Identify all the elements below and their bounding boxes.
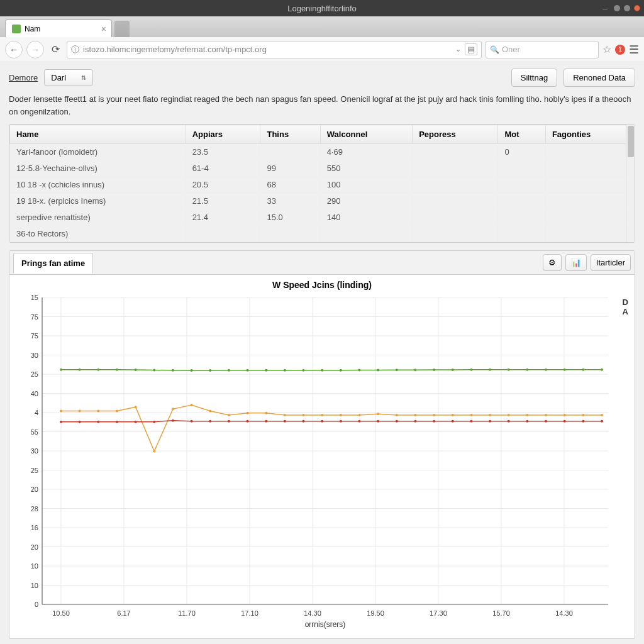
forward-button[interactable]: → [26, 41, 44, 58]
reader-icon[interactable]: ▤ [465, 43, 477, 55]
new-tab-shadow[interactable] [114, 21, 130, 37]
tab-close-icon[interactable]: × [101, 24, 106, 34]
table-cell: 15.0 [260, 209, 320, 226]
info-icon[interactable]: ⓘ [71, 44, 79, 55]
svg-point-135 [433, 420, 435, 423]
svg-point-120 [153, 421, 155, 423]
table-cell: 99 [260, 160, 320, 177]
url-dropdown-icon[interactable]: ⌄ [455, 45, 461, 53]
svg-point-121 [172, 419, 174, 422]
table-header[interactable]: Peporess [413, 125, 498, 144]
svg-point-65 [247, 369, 249, 372]
svg-point-80 [526, 369, 528, 371]
table-scrollbar[interactable] [626, 125, 635, 242]
svg-point-140 [526, 420, 528, 423]
chart-legend: D A [623, 297, 628, 316]
svg-point-57 [97, 369, 99, 371]
svg-text:15: 15 [31, 294, 38, 301]
table-cell: 0 [498, 144, 546, 160]
table-cell: Yari-fanoor (lomoidetr) [10, 144, 186, 160]
table-cell [413, 226, 498, 242]
select-value: Darl [51, 73, 66, 82]
svg-point-70 [340, 369, 342, 372]
gear-button[interactable]: ⚙ [543, 254, 562, 271]
svg-point-128 [303, 420, 305, 423]
svg-point-86 [79, 410, 81, 413]
browser-tab[interactable]: Nam × [5, 19, 112, 37]
table-row[interactable]: 10 18 -x (cchicles innus)20.568100 [10, 177, 635, 193]
settings-button[interactable]: Silttnag [511, 69, 557, 87]
svg-text:orrnis(srers): orrnis(srers) [305, 620, 346, 629]
restore-icon[interactable] [624, 5, 630, 11]
page-content: Demore Darl ⇅ Silttnag Renoned Data Dode… [0, 62, 644, 644]
svg-point-139 [508, 420, 510, 423]
svg-point-69 [321, 369, 323, 372]
svg-point-136 [452, 420, 454, 423]
svg-point-107 [470, 414, 472, 416]
svg-point-138 [489, 420, 491, 423]
table-header[interactable]: Walconnel [320, 125, 412, 144]
table-cell: 290 [320, 193, 412, 209]
svg-point-102 [377, 413, 379, 415]
scrollbar-thumb[interactable] [628, 126, 634, 157]
svg-text:75: 75 [31, 332, 38, 340]
table-cell [545, 193, 634, 209]
svg-point-108 [489, 414, 491, 416]
table-cell [498, 209, 546, 226]
demore-link[interactable]: Demore [9, 73, 38, 82]
chart-tab-active[interactable]: Prings fan atime [13, 253, 93, 274]
svg-point-61 [172, 369, 174, 372]
data-table-container: HameAppiarsThinsWalconnelPeporessMotFago… [9, 124, 635, 243]
chart-svg: 1575753025404553025202816201010010.506.1… [14, 292, 625, 632]
table-cell: 19 18-x. (erplcics Inems) [10, 193, 186, 209]
table-row[interactable]: serpedive renattiste)21.415.0140 [10, 209, 635, 226]
table-cell: 12-5.8-Yechaine-ollvs) [10, 160, 186, 177]
table-row[interactable]: 36-to Rectors) [10, 226, 635, 242]
svg-text:14.30: 14.30 [555, 609, 573, 617]
svg-point-74 [414, 369, 416, 371]
svg-point-79 [508, 369, 510, 371]
url-bar[interactable]: ⓘ ⌄ ▤ [67, 41, 482, 58]
back-button[interactable]: ← [5, 41, 23, 58]
minimize-icon[interactable]: – [602, 3, 608, 13]
url-input[interactable] [83, 45, 452, 54]
svg-point-58 [116, 369, 118, 371]
maximize-icon[interactable] [614, 5, 620, 11]
table-header[interactable]: Appiars [186, 125, 260, 144]
table-cell [260, 144, 320, 160]
table-row[interactable]: 19 18-x. (erplcics Inems)21.533290 [10, 193, 635, 209]
close-icon[interactable] [634, 5, 640, 11]
table-header[interactable]: Mot [498, 125, 546, 144]
svg-point-112 [564, 414, 566, 416]
particler-button[interactable]: Itarticler [591, 254, 631, 271]
notification-badge[interactable]: 1 [615, 45, 625, 55]
svg-point-116 [79, 421, 81, 423]
table-cell [498, 160, 546, 177]
hamburger-menu-icon[interactable]: ☰ [629, 43, 639, 57]
data-select[interactable]: Darl ⇅ [44, 69, 93, 86]
svg-point-77 [470, 369, 472, 371]
search-bar[interactable]: 🔍 Oner [486, 41, 599, 58]
svg-point-119 [135, 421, 137, 423]
reload-data-button[interactable]: Renoned Data [564, 69, 635, 87]
table-header[interactable]: Fagonties [545, 125, 634, 144]
bookmark-star-icon[interactable]: ☆ [602, 43, 611, 55]
svg-text:11.70: 11.70 [178, 609, 196, 617]
table-row[interactable]: 12-5.8-Yechaine-ollvs)61-499550 [10, 160, 635, 177]
svg-point-63 [209, 369, 211, 372]
table-header[interactable]: Thins [260, 125, 320, 144]
table-cell: 21.4 [186, 209, 260, 226]
svg-text:25: 25 [31, 467, 38, 474]
svg-text:17.30: 17.30 [430, 609, 447, 617]
reload-button[interactable]: ⟳ [48, 42, 63, 57]
table-cell: 550 [320, 160, 412, 177]
svg-text:19.50: 19.50 [367, 609, 384, 617]
table-cell: 20.5 [186, 177, 260, 193]
legend-item-a: A [623, 307, 628, 316]
svg-point-143 [582, 420, 584, 423]
table-cell [545, 209, 634, 226]
chart-type-button[interactable]: 📊 [565, 254, 587, 271]
table-header[interactable]: Hame [10, 125, 186, 144]
svg-point-73 [396, 369, 398, 371]
table-row[interactable]: Yari-fanoor (lomoidetr)23.54·690 [10, 144, 635, 160]
